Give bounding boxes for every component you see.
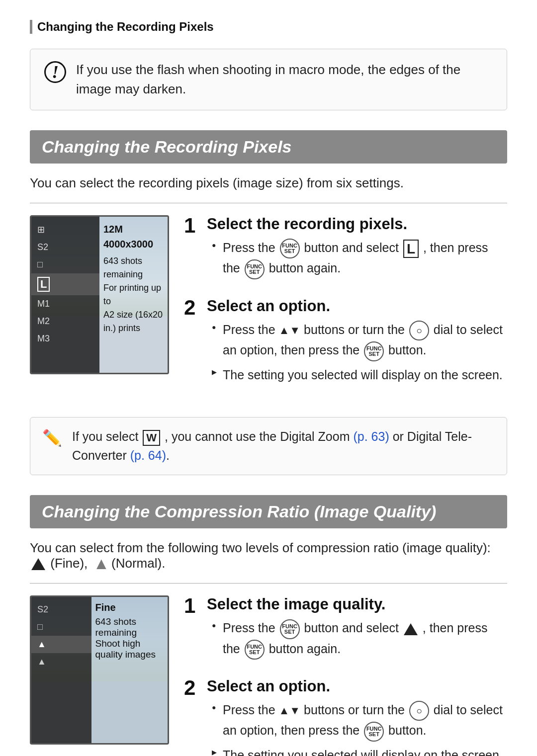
section2-steps: 1 Select the image quality. Press the FU… [184, 595, 507, 756]
w-icon: W [143, 430, 160, 446]
s2-step2-details: Press the ▲▼ buttons or turn the ○ dial … [207, 700, 507, 756]
camera2-item-fine: ▲ [31, 636, 91, 653]
section1-tip-box: ✏️ If you select W , you cannot use the … [30, 417, 507, 475]
section1-step-area: ⊞ S2 □ L M1 M2 [30, 215, 507, 402]
dial-icon-2: ○ [409, 701, 429, 721]
warning-icon: ! [44, 61, 66, 83]
menu-item-M2: M2 [31, 313, 99, 330]
func-btn-s2-1b: FUNCSET [245, 640, 265, 660]
step1-details: Press the FUNCSET button and select L , … [207, 238, 507, 279]
func-btn-1b: FUNCSET [245, 259, 265, 279]
step2-detail1: Press the ▲▼ buttons or turn the ○ dial … [212, 320, 507, 361]
step2-detail2: The setting you selected will display on… [212, 365, 507, 385]
step2-number: 2 [184, 297, 199, 318]
camera-menu-right: 12M 4000x3000 643 shots remaining For pr… [99, 217, 168, 373]
step2-title: Select an option. [207, 297, 507, 315]
func-btn-s2-2: FUNCSET [364, 722, 384, 742]
menu-item-M1: M1 [31, 295, 99, 313]
camera2-info-shots: 643 shots remaining [95, 616, 164, 638]
step1-number: 1 [184, 215, 199, 236]
pencil-icon: ✏️ [42, 428, 62, 447]
menu-item-box: □ [31, 256, 99, 273]
camera2-item-box: □ [31, 618, 91, 636]
step1-title: Select the recording pixels. [207, 215, 507, 233]
menu-item-L: L [31, 273, 99, 295]
camera2-menu-left: S2 □ ▲ ▲ [31, 597, 91, 743]
camera2-info-quality: Shoot high quality images [95, 638, 164, 660]
warning-text: If you use the flash when shooting in ma… [76, 60, 493, 99]
section1-step1: 1 Select the recording pixels. Press the… [184, 215, 507, 283]
camera-menu-overlay: ⊞ S2 □ L M1 M2 [31, 217, 168, 373]
camera-screen-2: S2 □ ▲ ▲ Fine 643 shots remaining Shoot … [30, 595, 169, 745]
step2-body: Select an option. Press the ▲▼ buttons o… [207, 297, 507, 389]
step1-detail1: Press the FUNCSET button and select L , … [212, 238, 507, 279]
fine-icon-step [404, 623, 418, 635]
s2-step2-body: Select an option. Press the ▲▼ buttons o… [207, 677, 507, 756]
section2-step-area: S2 □ ▲ ▲ Fine 643 shots remaining Shoot … [30, 595, 507, 756]
s2-step1-body: Select the image quality. Press the FUNC… [207, 595, 507, 664]
camera2-info-label: Fine [95, 602, 164, 613]
camera2-menu-overlay: S2 □ ▲ ▲ Fine 643 shots remaining Shoot … [31, 597, 168, 743]
dial-icon-1: ○ [409, 321, 429, 340]
updown-arrows-1: ▲▼ [279, 324, 301, 336]
camera2-item-normal: ▲ [31, 653, 91, 671]
s2-step2-detail1: Press the ▲▼ buttons or turn the ○ dial … [212, 700, 507, 742]
s2-step2-detail2: The setting you selected will display on… [212, 746, 507, 756]
divider2 [30, 583, 507, 584]
s2-step1-title: Select the image quality. [207, 595, 507, 613]
func-btn-s2-1a: FUNCSET [280, 619, 300, 639]
func-btn-1a: FUNCSET [280, 239, 300, 258]
menu-item-s2a: ⊞ [31, 221, 99, 239]
warning-box: ! If you use the flash when shooting in … [30, 49, 507, 110]
section1-intro: You can select the recording pixels (ima… [30, 175, 507, 191]
s2-step1-detail1: Press the FUNCSET button and select , th… [212, 618, 507, 660]
menu-item-M3: M3 [31, 330, 99, 347]
s2-step1-details: Press the FUNCSET button and select , th… [207, 618, 507, 660]
section1-steps: 1 Select the recording pixels. Press the… [184, 215, 507, 402]
s2-step1-number: 1 [184, 595, 199, 616]
step2-details: Press the ▲▼ buttons or turn the ○ dial … [207, 320, 507, 385]
section2-intro: You can select from the following two le… [30, 540, 507, 571]
section2-step2: 2 Select an option. Press the ▲▼ buttons… [184, 677, 507, 756]
s2-step2-number: 2 [184, 677, 199, 698]
divider1 [30, 203, 507, 203]
link-p63[interactable]: (p. 63) [353, 429, 389, 443]
section1-step2: 2 Select an option. Press the ▲▼ buttons… [184, 297, 507, 389]
section1-tip-text: If you select W , you cannot use the Dig… [72, 427, 495, 465]
camera-info-print1: For printing up to [103, 281, 164, 308]
camera-info-shots: 643 shots remaining [103, 254, 164, 281]
breadcrumb: Changing the Recording Pixels [30, 20, 507, 34]
func-btn-2: FUNCSET [364, 341, 384, 361]
camera-info-print2: A2 size (16x20 in.) prints [103, 308, 164, 335]
section2-step1: 1 Select the image quality. Press the FU… [184, 595, 507, 664]
camera-menu-left: ⊞ S2 □ L M1 M2 [31, 217, 99, 373]
fine-icon-intro [31, 558, 45, 570]
menu-item-s2b: S2 [31, 239, 99, 256]
s2-step2-title: Select an option. [207, 677, 507, 695]
link-p64[interactable]: (p. 64) [130, 448, 166, 462]
section2-header: Changing the Compression Ratio (Image Qu… [30, 495, 507, 528]
camera2-menu-right: Fine 643 shots remaining Shoot high qual… [91, 597, 168, 743]
section1-header: Changing the Recording Pixels [30, 130, 507, 164]
camera-screen-1: ⊞ S2 □ L M1 M2 [30, 215, 169, 374]
camera2-item-s2: S2 [31, 601, 91, 618]
updown-arrows-2: ▲▼ [279, 704, 301, 717]
camera-info-label: 12M 4000x3000 [103, 222, 164, 252]
normal-icon-intro [96, 559, 106, 569]
step1-body: Select the recording pixels. Press the F… [207, 215, 507, 283]
l-icon: L [403, 240, 419, 258]
page: Changing the Recording Pixels ! If you u… [0, 0, 537, 756]
